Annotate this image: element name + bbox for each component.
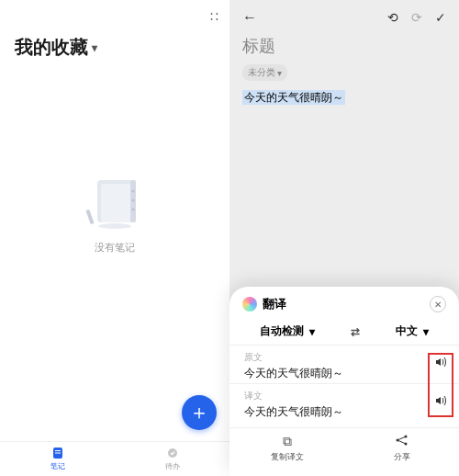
note-content[interactable]: 今天的天气很晴朗～ xyxy=(242,90,345,106)
panel-title: 翻译 xyxy=(242,296,286,312)
chevron-down-icon: ▾ xyxy=(309,325,315,338)
nav-todo[interactable]: 待办 xyxy=(115,442,230,476)
selected-text: 今天的天气很晴朗～ xyxy=(242,90,345,105)
editor-toolbar: ← ⟲ ⟳ ✓ xyxy=(230,0,459,31)
svg-point-3 xyxy=(132,190,135,193)
copy-label: 复制译文 xyxy=(271,451,304,463)
svg-point-7 xyxy=(98,223,131,229)
copy-translation-button[interactable]: ⧉ 复制译文 xyxy=(230,428,344,469)
nav-notes[interactable]: 笔记 xyxy=(0,442,115,476)
svg-rect-6 xyxy=(85,210,94,224)
share-button[interactable]: 分享 xyxy=(344,428,459,469)
redo-icon[interactable]: ⟳ xyxy=(411,10,422,25)
new-note-button[interactable]: ＋ xyxy=(182,395,217,430)
svg-rect-10 xyxy=(55,453,61,454)
notes-list-pane: ∷ 我的收藏 ▾ 没有笔记 ＋ xyxy=(0,0,230,476)
target-language-select[interactable]: 中文 ▾ xyxy=(396,323,429,339)
share-label: 分享 xyxy=(394,451,410,463)
swap-languages-icon[interactable]: ⇄ xyxy=(351,325,360,338)
confirm-icon[interactable]: ✓ xyxy=(435,10,446,25)
bottom-nav: 笔记 待办 xyxy=(0,441,230,476)
undo-icon[interactable]: ⟲ xyxy=(387,10,398,25)
empty-text: 没有笔记 xyxy=(83,241,147,255)
svg-rect-1 xyxy=(101,184,134,222)
svg-rect-9 xyxy=(55,450,61,451)
language-row: 自动检测 ▾ ⇄ 中文 ▾ xyxy=(230,318,459,345)
source-text-block: 原文 今天的天气很晴朗～ xyxy=(230,345,459,383)
source-label: 原文 xyxy=(244,351,444,364)
target-label: 译文 xyxy=(244,390,444,402)
target-language-label: 中文 xyxy=(396,323,418,339)
source-language-label: 自动检测 xyxy=(260,323,304,339)
panel-title-text: 翻译 xyxy=(263,296,286,312)
back-icon[interactable]: ← xyxy=(242,9,257,26)
category-label: 未分类 xyxy=(248,66,275,79)
assistant-orb-icon xyxy=(242,297,257,312)
speaker-icon[interactable] xyxy=(433,393,448,412)
note-editor-pane: ← ⟲ ⟳ ✓ 标题 未分类 ▾ 今天的天气很晴朗～ 翻译 ✕ xyxy=(230,0,459,476)
close-icon[interactable]: ✕ xyxy=(430,296,446,312)
target-text-block: 译文 今天的天气很晴朗～ xyxy=(230,383,459,422)
category-tag[interactable]: 未分类 ▾ xyxy=(242,64,287,81)
panel-actions: ⧉ 复制译文 分享 xyxy=(230,427,459,469)
chevron-down-icon: ▾ xyxy=(423,325,429,338)
speaker-icon[interactable] xyxy=(433,355,448,373)
folder-title[interactable]: 我的收藏 ▾ xyxy=(0,0,230,60)
share-icon xyxy=(395,434,409,449)
empty-notebook-icon xyxy=(83,175,147,230)
source-language-select[interactable]: 自动检测 ▾ xyxy=(260,323,315,339)
chevron-down-icon: ▾ xyxy=(277,68,282,78)
folder-name: 我的收藏 xyxy=(15,35,88,60)
source-text: 今天的天气很晴朗～ xyxy=(244,366,444,381)
note-title-input[interactable]: 标题 xyxy=(230,31,459,57)
translate-panel: 翻译 ✕ 自动检测 ▾ ⇄ 中文 ▾ 原文 今天的天气很晴朗～ xyxy=(230,287,459,476)
chevron-down-icon: ▾ xyxy=(92,41,97,54)
more-icon[interactable]: ∷ xyxy=(210,9,218,24)
svg-point-5 xyxy=(132,209,135,211)
target-text: 今天的天气很晴朗～ xyxy=(244,404,444,420)
notes-icon xyxy=(51,447,64,459)
svg-point-4 xyxy=(132,199,135,202)
empty-state: 没有笔记 xyxy=(83,175,147,255)
nav-todo-label: 待办 xyxy=(165,461,180,471)
todo-icon xyxy=(166,447,179,459)
nav-notes-label: 笔记 xyxy=(50,461,65,471)
copy-icon: ⧉ xyxy=(283,434,292,449)
